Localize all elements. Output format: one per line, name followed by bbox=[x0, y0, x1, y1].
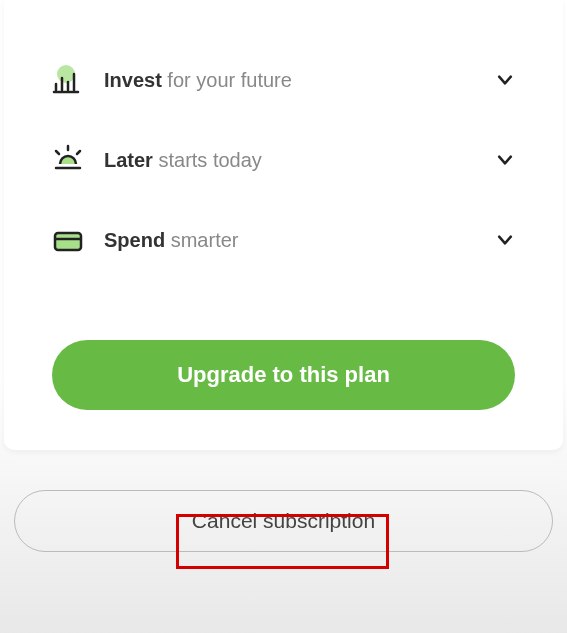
plan-card: Invest for your future Later starts toda… bbox=[4, 0, 563, 450]
feature-invest[interactable]: Invest for your future bbox=[52, 40, 515, 120]
chevron-down-icon bbox=[495, 230, 515, 250]
feature-later[interactable]: Later starts today bbox=[52, 120, 515, 200]
feature-later-label: Later starts today bbox=[104, 149, 495, 172]
card-icon bbox=[52, 224, 84, 256]
svg-point-0 bbox=[57, 65, 75, 83]
cancel-container: Cancel subscription bbox=[0, 450, 567, 592]
cancel-subscription-button[interactable]: Cancel subscription bbox=[14, 490, 553, 552]
chart-icon bbox=[52, 64, 84, 96]
chevron-down-icon bbox=[495, 150, 515, 170]
sunrise-icon bbox=[52, 144, 84, 176]
feature-invest-label: Invest for your future bbox=[104, 69, 495, 92]
feature-spend[interactable]: Spend smarter bbox=[52, 200, 515, 280]
svg-rect-1 bbox=[55, 233, 81, 250]
feature-spend-label: Spend smarter bbox=[104, 229, 495, 252]
upgrade-button[interactable]: Upgrade to this plan bbox=[52, 340, 515, 410]
chevron-down-icon bbox=[495, 70, 515, 90]
